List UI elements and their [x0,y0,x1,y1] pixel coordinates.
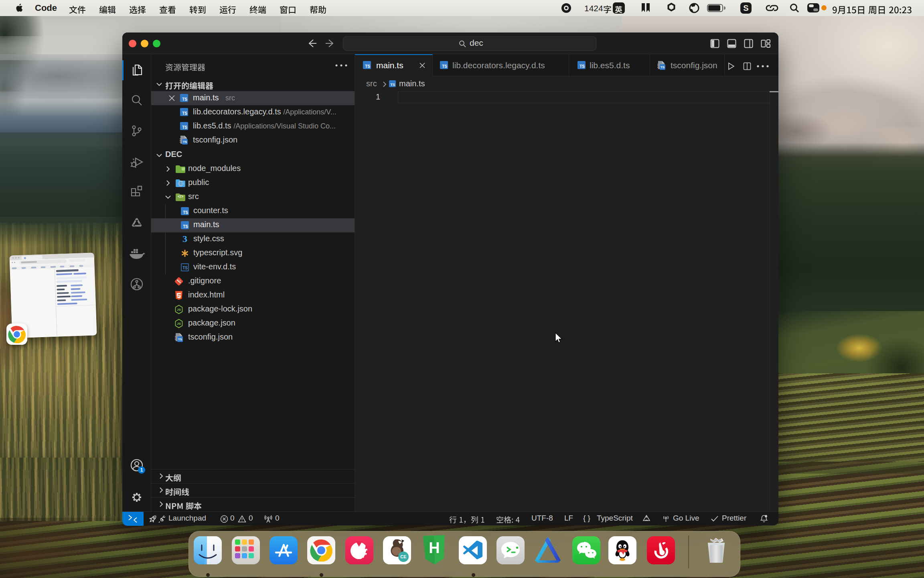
svg-text:JS: JS [177,322,181,326]
svg-text:JS: JS [177,308,181,311]
